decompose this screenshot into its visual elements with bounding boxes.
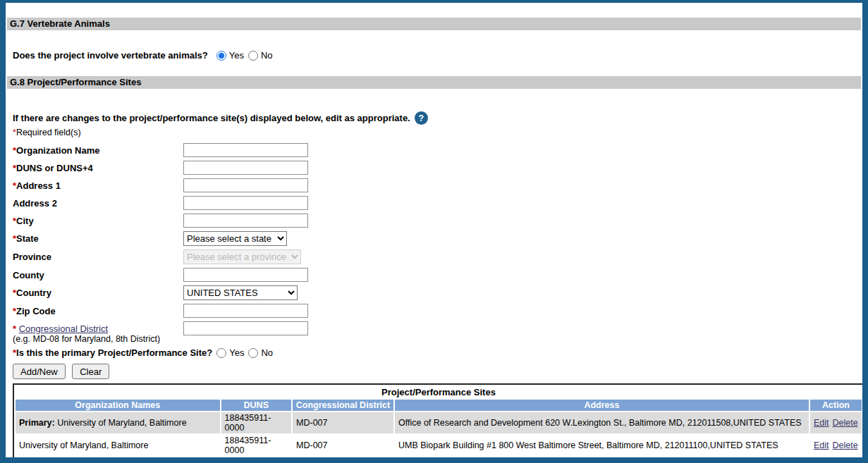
congressional-district-hint: (e.g. MD-08 for Maryland, 8th District) (13, 334, 183, 344)
form-row-country: *Country UNITED STATES (13, 285, 861, 300)
vertebrate-question-row: Does the project involve vertebrate anim… (7, 50, 861, 61)
county-label: County (13, 268, 183, 282)
form-row-province: Province Please select a province (13, 249, 861, 264)
county-input[interactable] (183, 268, 308, 282)
form-row-zip: *Zip Code (13, 304, 861, 318)
table-row: National Centre of Excellence in Molecul… (16, 457, 862, 463)
sites-table-title-row: Project/Performance Sites (16, 386, 862, 398)
sites-table: Project/Performance Sites Organization N… (13, 383, 864, 463)
duns-label: *DUNS or DUNS+4 (13, 161, 183, 175)
vertebrate-yes-radio[interactable] (216, 51, 226, 61)
vertebrate-question-label: Does the project involve vertebrate anim… (13, 50, 208, 61)
form-row-county: County (13, 268, 861, 282)
congressional-district-input[interactable] (183, 321, 308, 335)
city-label: *City (13, 214, 183, 228)
action-cell: EditDelete (810, 412, 862, 433)
edit-link[interactable]: Edit (814, 418, 829, 428)
country-select[interactable]: UNITED STATES (183, 285, 298, 300)
primary-site-question-label: *Is this the primary Project/Performance… (13, 347, 212, 358)
address2-input[interactable] (183, 196, 308, 210)
page-content: G.7 Vertebrate Animals Does the project … (6, 18, 862, 463)
form-row-city: *City (13, 214, 861, 228)
address1-label: *Address 1 (13, 178, 183, 192)
vertebrate-yes-label: Yes (229, 50, 244, 61)
duns-cell: 188435911-0000 (221, 412, 292, 433)
congressional-district-link[interactable]: Congressional District (19, 323, 108, 334)
primary-site-yes-radio[interactable] (216, 348, 226, 358)
g8-intro-row: If there are changes to the project/perf… (7, 111, 861, 125)
province-label: Province (13, 249, 183, 264)
duns-cell: 645494167-0000 (221, 457, 292, 463)
section-title-g7: G.7 Vertebrate Animals (10, 18, 110, 29)
organization-name-label: *Organization Name (13, 143, 183, 157)
clear-button[interactable]: Clear (72, 364, 109, 379)
province-select: Please select a province (183, 249, 301, 264)
column-header-organization: Organization Names (16, 400, 220, 411)
address2-label: Address 2 (13, 196, 183, 210)
primary-site-no-label: No (261, 347, 273, 358)
sites-table-header-row: Organization Names DUNS Congressional Di… (16, 400, 862, 411)
form-row-state: *State Please select a state (13, 231, 861, 246)
zip-input[interactable] (183, 304, 308, 318)
table-row: Primary: University of Maryland, Baltimo… (16, 412, 862, 433)
form-row-congressional-district: * Congressional District (e.g. MD-08 for… (13, 321, 861, 344)
button-row: Add/New Clear (7, 364, 861, 379)
address-cell: National Centre of Excellence in Molecul… (395, 457, 809, 463)
action-cell: EditDelete (810, 457, 862, 463)
country-label: *Country (13, 285, 183, 300)
form-row-organization-name: *Organization Name (13, 143, 861, 157)
section-header-g7: G.7 Vertebrate Animals (7, 18, 861, 30)
table-row: University of Maryland, Baltimore 188435… (16, 435, 862, 456)
g8-intro-text: If there are changes to the project/perf… (13, 113, 410, 123)
sites-table-title: Project/Performance Sites (16, 386, 862, 398)
page-frame: G.7 Vertebrate Animals Does the project … (0, 0, 868, 463)
site-form: *Organization Name *DUNS or DUNS+4 *Addr… (7, 143, 861, 344)
section-title-g8: G.8 Project/Performance Sites (10, 77, 141, 87)
organization-cell: University of Maryland, Baltimore (16, 435, 220, 456)
organization-name-input[interactable] (183, 143, 308, 157)
column-header-address: Address (395, 400, 809, 411)
district-cell: MD-007 (293, 435, 393, 456)
city-input[interactable] (183, 214, 308, 228)
primary-site-no-radio[interactable] (248, 348, 258, 358)
add-new-button[interactable]: Add/New (13, 364, 66, 379)
delete-link[interactable]: Delete (833, 440, 858, 450)
required-note: *Required field(s) (7, 128, 861, 137)
primary-site-yes-label: Yes (229, 347, 244, 358)
required-star: * (13, 323, 16, 334)
address1-input[interactable] (183, 178, 308, 192)
form-row-duns: *DUNS or DUNS+4 (13, 161, 861, 175)
organization-cell: Primary: University of Maryland, Baltimo… (16, 412, 220, 433)
vertebrate-no-label: No (261, 50, 273, 61)
address-cell: UMB Biopark Building #1 800 West Baltimo… (395, 435, 809, 456)
delete-link[interactable]: Delete (833, 418, 858, 428)
zip-label: *Zip Code (13, 304, 183, 318)
duns-cell: 188435911-0000 (221, 435, 292, 456)
organization-cell: National Centre of Excellence in Molecul… (16, 457, 220, 463)
congressional-district-label: * Congressional District (e.g. MD-08 for… (13, 321, 183, 344)
vertebrate-no-radio[interactable] (248, 51, 258, 61)
form-row-address2: Address 2 (13, 196, 861, 210)
form-row-address1: *Address 1 (13, 178, 861, 192)
column-header-action: Action (810, 400, 862, 411)
district-cell (293, 457, 393, 463)
column-header-district: Congressional District (293, 400, 393, 411)
district-cell: MD-007 (293, 412, 393, 433)
address-cell: Office of Research and Development 620 W… (395, 412, 809, 433)
duns-input[interactable] (183, 161, 308, 175)
section-header-g8: G.8 Project/Performance Sites (7, 76, 861, 89)
required-note-text: Required field(s) (16, 128, 81, 137)
edit-link[interactable]: Edit (814, 440, 829, 450)
help-icon[interactable]: ? (415, 111, 428, 125)
state-select[interactable]: Please select a state (183, 231, 287, 246)
column-header-duns: DUNS (221, 400, 292, 411)
primary-site-question-row: *Is this the primary Project/Performance… (7, 347, 861, 358)
state-label: *State (13, 231, 183, 246)
action-cell: EditDelete (810, 435, 862, 456)
